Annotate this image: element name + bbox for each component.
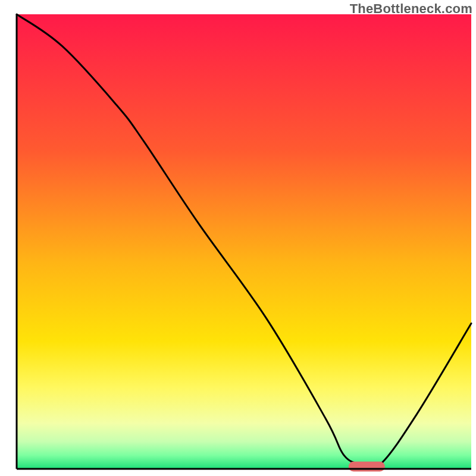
chart-container: TheBottleneck.com <box>0 0 476 476</box>
chart-background <box>17 14 471 469</box>
optimal-range-marker <box>349 462 385 472</box>
bottleneck-chart <box>0 0 476 476</box>
